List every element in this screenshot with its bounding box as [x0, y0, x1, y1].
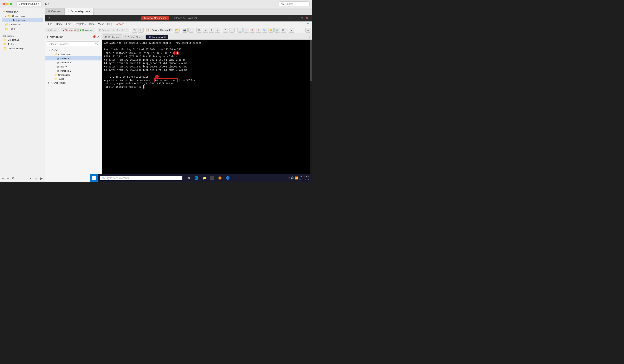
menu-edit[interactable]: Edit: [65, 22, 72, 26]
tab-x-icon[interactable]: ✕: [67, 10, 69, 13]
toolbar-up-icon[interactable]: ▲: [305, 28, 311, 33]
sidebar-item-app-tasks[interactable]: 📁 Tasks: [0, 42, 45, 46]
toolbar-key-icon[interactable]: 🔑: [268, 28, 274, 33]
toolbar-view-dropdown[interactable]: ▾: [215, 28, 220, 33]
nav-application-label: Application: [54, 81, 66, 84]
toolbar-copy-clipboard[interactable]: 📋 Copy to Clipboard ▾: [146, 28, 173, 32]
menu-home[interactable]: Home: [54, 22, 64, 26]
rts-minimize-btn[interactable]: ─: [294, 16, 299, 20]
session-tab-close-icon[interactable]: ✕: [164, 36, 166, 38]
nav-search-input[interactable]: [49, 43, 94, 45]
menu-help[interactable]: Help: [106, 22, 114, 26]
nav-close-icon[interactable]: ✕: [97, 35, 100, 38]
toolbar-monitor-icon[interactable]: 🖥: [196, 28, 202, 33]
toolbar-log-icon[interactable]: 📄: [237, 28, 243, 33]
taskbar-right: ^ 🔊 📶 12:07 PM 5/31/2024: [286, 175, 312, 181]
toolbar-connect[interactable]: ▶ Connect: [46, 28, 60, 32]
menu-actions[interactable]: Actions: [114, 22, 126, 26]
play-icon[interactable]: ▶: [45, 2, 47, 5]
star-icon[interactable]: ☆: [34, 176, 38, 181]
toolbar-text-dropdown[interactable]: ▾: [229, 28, 235, 33]
menu-view[interactable]: View: [97, 22, 105, 26]
tab-hub-step-stone[interactable]: ✕ ⬡ hub-step-stone: [65, 8, 94, 15]
taskbar-task-view[interactable]: ⧉: [185, 174, 192, 182]
taskbar-app2-icon[interactable]: 🔵: [224, 174, 232, 182]
sidebar-item-credentials[interactable]: 📁 Credentials: [2, 22, 43, 27]
play-sidebar-icon[interactable]: ▶: [39, 176, 44, 181]
toolbar-view-icon[interactable]: ⊞: [209, 28, 214, 33]
taskbar-folder-icon[interactable]: 📁: [201, 174, 208, 182]
toolbar-text-icon[interactable]: A: [223, 28, 228, 33]
menu-help-icon[interactable]: ?: [305, 22, 310, 26]
nav-item-hub-fw[interactable]: ▣ hub-fw: [45, 65, 102, 69]
close-traffic-light[interactable]: [2, 3, 5, 5]
title-bar-search[interactable]: 🔍 Search: [279, 1, 310, 6]
terminal-scrollbar-track[interactable]: [310, 40, 312, 177]
rts-maximize-btn[interactable]: □: [300, 16, 304, 20]
toolbar-monitor-dropdown[interactable]: ▾: [203, 28, 208, 33]
nav-search-box[interactable]: 🔍: [47, 42, 100, 46]
session-overflow-icon[interactable]: ▾: [307, 35, 311, 39]
menu-data[interactable]: Data: [88, 22, 96, 26]
session-tab-dashboard[interactable]: ⊞ Dashboard: [103, 34, 122, 39]
taskbar-terminal-icon[interactable]: ⬛: [208, 174, 216, 182]
minus-icon[interactable]: −: [6, 176, 9, 181]
maximize-traffic-light[interactable]: [10, 3, 12, 5]
nav-tasks-label: Tasks: [58, 78, 64, 80]
minimize-traffic-light[interactable]: [6, 3, 9, 5]
nav-item-credentials[interactable]: 📁 Credentials: [45, 73, 102, 77]
toolbar-stop-icon[interactable]: ⊗: [250, 28, 255, 33]
terminal-area[interactable]: Activate the web console with: systemctl…: [102, 40, 312, 177]
nav-pin-icon[interactable]: 📌: [92, 35, 96, 38]
session-tab-instance-a[interactable]: ▣ instance-A ✕: [146, 34, 168, 39]
nav-item-instance-a[interactable]: ▣ instance-A: [45, 56, 102, 60]
warning-icon: ⚠: [3, 10, 5, 13]
toolbar-disconnect[interactable]: ■ Disconnect: [61, 28, 78, 32]
nav-connections-label: Connections: [58, 53, 71, 56]
toolbar-screenshot-icon[interactable]: 📷: [182, 28, 188, 33]
toolbar-overflow-icon[interactable]: ▾: [289, 28, 294, 33]
menu-file[interactable]: File: [47, 22, 54, 26]
taskbar-app1-icon[interactable]: 🔶: [216, 174, 224, 182]
nav-item-connections[interactable]: ▼ 📁 Connections: [45, 52, 102, 56]
sidebar-item-connections[interactable]: ▶ 📁 Connections: [2, 14, 43, 18]
content-area: ℹ Navigation 📌 ✕ 🔍 ▼ ⬡ OCI: [45, 33, 312, 182]
toolbar-more-icon[interactable]: ⊞: [281, 28, 286, 33]
toolbar-icon-2[interactable]: ✏: [138, 28, 144, 33]
taskbar-search-box[interactable]: 🔍 Type here to search: [100, 176, 182, 180]
tab-overview[interactable]: ⊞ Overview: [45, 8, 65, 15]
toolbar-rdp-icon[interactable]: 🖥: [256, 28, 261, 33]
nav-item-application[interactable]: ▶ ⬡ Application: [45, 81, 102, 85]
play-chevron-icon[interactable]: ▾: [48, 3, 49, 5]
nav-item-instance-b[interactable]: ▣ instance-B: [45, 60, 102, 65]
session-tab-getting-started[interactable]: ? Getting Started: [123, 35, 146, 39]
toolbar-reconnect[interactable]: ▶ Reconnect: [78, 28, 95, 32]
toolbar-connect-template[interactable]: ⊡ Connect using Template ▾: [98, 28, 130, 32]
sidebar-item-tasks[interactable]: 📁 Tasks: [2, 27, 43, 31]
default-settings-label: Default Settings: [8, 47, 24, 50]
windows-start-button[interactable]: [90, 174, 98, 182]
settings-icon[interactable]: ⚙: [11, 176, 15, 181]
toolbar-screenshot-dropdown[interactable]: ▾: [188, 28, 194, 33]
chevron-down-sidebar-icon[interactable]: ▾: [29, 176, 32, 181]
toolbar-log-dropdown[interactable]: ▾: [243, 28, 249, 33]
rts-restore-btn[interactable]: ❐: [288, 16, 293, 20]
sidebar-item-default-settings[interactable]: 📁 Default Settings: [0, 46, 45, 51]
taskbar-edge-icon[interactable]: 🌐: [193, 174, 200, 182]
connect-template-icon: ⊡: [99, 29, 101, 31]
nav-item-tasks[interactable]: 📁 Tasks: [45, 77, 102, 81]
sidebar-oracle-section: ⚠ Oracle TSX ▶ 📁 Connections ⬡ hub-step-…: [0, 8, 45, 32]
toolbar-search-icon[interactable]: 🔍: [262, 28, 267, 33]
nav-item-instance-c[interactable]: ▣ instance-C: [45, 69, 102, 73]
menu-templates[interactable]: Templates: [73, 22, 87, 26]
computer-name-button[interactable]: Computer Name ▾: [17, 1, 42, 6]
toolbar-folder-icon[interactable]: 📂: [174, 28, 180, 33]
toolbar-icon-1[interactable]: 🔧: [132, 28, 137, 33]
sidebar-item-hub-step-stone[interactable]: ⬡ hub-step-stone ⬆: [2, 18, 43, 22]
add-icon[interactable]: +: [1, 176, 5, 181]
toolbar-signal-icon[interactable]: 📡: [274, 28, 280, 33]
nav-item-oci[interactable]: ▼ ⬡ OCI: [45, 48, 102, 52]
rts-close-btn[interactable]: ✕: [305, 16, 310, 20]
sidebar-item-app-credentials[interactable]: 📁 Credentials: [0, 38, 45, 42]
terminal-scrollbar-thumb[interactable]: [310, 40, 312, 81]
